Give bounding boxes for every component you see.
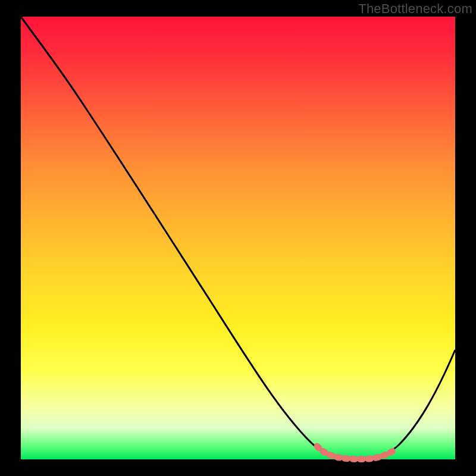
watermark-text: TheBottleneck.com <box>358 1 472 17</box>
curve-svg <box>21 17 455 459</box>
bottleneck-curve-line <box>21 17 455 459</box>
chart-frame: TheBottleneck.com <box>0 0 476 476</box>
plot-area <box>21 17 455 459</box>
optimal-band-marker <box>317 446 394 459</box>
